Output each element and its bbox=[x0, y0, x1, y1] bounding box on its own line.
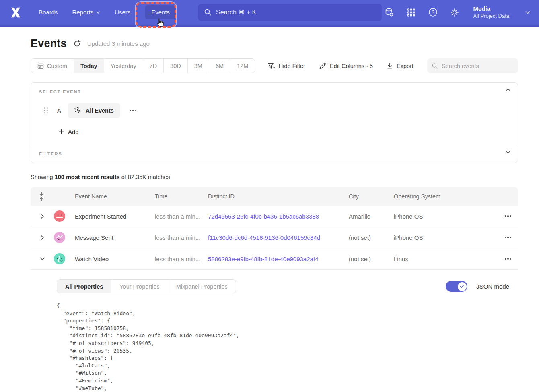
event-avatar bbox=[54, 253, 65, 264]
hide-filter-button[interactable]: Hide Filter bbox=[267, 62, 305, 70]
cell-event-name: Watch Video bbox=[75, 256, 155, 262]
cell-distinct-id[interactable]: 72d49553-25fc-4f0c-b436-1b5ac6ab3388 bbox=[208, 213, 349, 220]
tab-all-properties[interactable]: All Properties bbox=[57, 280, 111, 293]
plus-icon bbox=[58, 129, 64, 135]
date-range-7d[interactable]: 7D bbox=[143, 59, 164, 73]
json-mode-toggle[interactable] bbox=[446, 281, 467, 292]
cell-time: less than a min... bbox=[155, 234, 208, 241]
cell-city: (not set) bbox=[349, 234, 394, 241]
event-selector-label: All Events bbox=[86, 107, 114, 114]
collapse-row-icon[interactable] bbox=[31, 257, 54, 260]
column-header-os[interactable]: Operating System bbox=[394, 193, 495, 200]
date-range-custom[interactable]: Custom bbox=[31, 59, 74, 73]
date-range-yesterday[interactable]: Yesterday bbox=[104, 59, 143, 73]
drag-handle-icon[interactable] bbox=[44, 107, 48, 113]
column-header-time[interactable]: Time bbox=[155, 193, 208, 200]
date-range-12m[interactable]: 12M bbox=[230, 59, 255, 73]
event-avatar bbox=[54, 232, 65, 243]
last-updated-text: Updated 3 minutes ago bbox=[87, 40, 150, 47]
search-icon bbox=[204, 9, 211, 16]
column-header-city[interactable]: City bbox=[349, 193, 394, 200]
events-search-input[interactable] bbox=[442, 63, 513, 69]
cell-distinct-id[interactable]: 5886283e-e9fb-48fb-81de-40e9093a2af4 bbox=[208, 256, 349, 262]
results-summary: Showing 100 most recent results of 82.35… bbox=[31, 174, 518, 180]
event-json-content: { "event": "Watch Video", "properties": … bbox=[57, 302, 510, 392]
event-avatar bbox=[54, 210, 65, 222]
export-button[interactable]: Export bbox=[387, 62, 414, 69]
check-icon bbox=[460, 285, 464, 288]
project-subtitle: All Project Data bbox=[473, 13, 509, 19]
collapse-chevron-up-icon[interactable] bbox=[506, 88, 510, 91]
mouse-cursor-icon bbox=[155, 18, 165, 28]
query-builder-card: SELECT EVENT A All Events Add bbox=[31, 82, 518, 163]
cell-time: less than a min... bbox=[155, 256, 208, 262]
select-event-section: SELECT EVENT A All Events Add bbox=[31, 83, 518, 145]
table-row[interactable]: Experiment Started less than a min... 72… bbox=[31, 206, 518, 227]
all-events-icon bbox=[74, 107, 82, 115]
events-table: Event Name Time Distinct ID City Operati… bbox=[31, 187, 518, 392]
sort-icon[interactable] bbox=[40, 192, 45, 201]
global-search-placeholder: Search ⌘ + K bbox=[216, 8, 256, 16]
json-mode-label: JSON mode bbox=[476, 283, 509, 290]
toggle-knob bbox=[458, 282, 467, 291]
expand-row-icon[interactable] bbox=[31, 235, 54, 240]
expand-row-icon[interactable] bbox=[31, 214, 54, 219]
row-menu-icon[interactable] bbox=[495, 237, 518, 238]
help-icon[interactable]: ? bbox=[428, 8, 438, 17]
table-row[interactable]: Message Sent less than a min... f11c30d6… bbox=[31, 227, 518, 248]
refresh-icon[interactable] bbox=[73, 40, 81, 47]
add-event-button[interactable]: Add bbox=[58, 128, 510, 135]
properties-tabs: All Properties Your Properties Mixpanel … bbox=[57, 279, 236, 293]
data-management-icon[interactable] bbox=[385, 8, 394, 17]
event-row-letter: A bbox=[57, 107, 61, 114]
filters-section: FILTERS bbox=[31, 145, 518, 163]
event-selector-pill[interactable]: All Events bbox=[68, 103, 120, 118]
event-row-menu-icon[interactable] bbox=[130, 110, 137, 111]
table-header: Event Name Time Distinct ID City Operati… bbox=[31, 187, 518, 206]
event-detail-panel: All Properties Your Properties Mixpanel … bbox=[31, 270, 518, 392]
cell-event-name: Experiment Started bbox=[75, 213, 155, 220]
global-search[interactable]: Search ⌘ + K bbox=[198, 4, 382, 21]
settings-gear-icon[interactable] bbox=[450, 8, 459, 17]
pencil-icon bbox=[319, 62, 326, 70]
table-row-expanded[interactable]: Watch Video less than a min... 5886283e-… bbox=[31, 248, 518, 270]
cell-distinct-id[interactable]: f11c30d6-dc6d-4518-9136-0d046159c84d bbox=[208, 234, 349, 241]
chevron-down-icon bbox=[525, 11, 530, 14]
date-range-6m[interactable]: 6M bbox=[209, 59, 230, 73]
cell-os: iPhone OS bbox=[394, 234, 495, 241]
page-title: Events bbox=[31, 37, 67, 50]
project-name: Media bbox=[473, 5, 509, 13]
column-header-event-name[interactable]: Event Name bbox=[75, 193, 155, 200]
top-navbar: Boards Reports Users Events Search ⌘ + K bbox=[0, 0, 539, 27]
mixpanel-logo[interactable] bbox=[9, 6, 23, 19]
date-range-selector: Custom Today Yesterday 7D 30D 3M 6M 12M bbox=[31, 58, 255, 73]
svg-text:?: ? bbox=[432, 10, 434, 15]
chevron-down-icon bbox=[96, 11, 100, 14]
tab-mixpanel-properties[interactable]: Mixpanel Properties bbox=[168, 280, 236, 293]
edit-columns-button[interactable]: Edit Columns · 5 bbox=[319, 62, 373, 70]
filters-label: FILTERS bbox=[39, 151, 510, 156]
filter-funnel-icon bbox=[267, 62, 275, 70]
nav-item-reports[interactable]: Reports bbox=[72, 9, 101, 16]
cell-city: (not set) bbox=[349, 256, 394, 262]
cell-city: Amarillo bbox=[349, 213, 394, 220]
select-event-label: SELECT EVENT bbox=[39, 89, 510, 94]
event-query-row: A All Events bbox=[44, 103, 510, 118]
cell-event-name: Message Sent bbox=[75, 234, 155, 241]
apps-grid-icon[interactable] bbox=[406, 8, 416, 17]
tab-your-properties[interactable]: Your Properties bbox=[111, 280, 168, 293]
project-switcher[interactable]: Media All Project Data bbox=[473, 5, 509, 19]
date-range-today[interactable]: Today bbox=[74, 59, 104, 73]
date-range-30d[interactable]: 30D bbox=[164, 59, 188, 73]
expand-chevron-down-icon[interactable] bbox=[506, 151, 510, 154]
cell-os: iPhone OS bbox=[394, 213, 495, 220]
events-search-field[interactable] bbox=[427, 58, 518, 73]
date-range-3m[interactable]: 3M bbox=[188, 59, 209, 73]
row-menu-icon[interactable] bbox=[495, 258, 518, 260]
calendar-icon bbox=[37, 63, 44, 69]
download-icon bbox=[387, 62, 393, 69]
row-menu-icon[interactable] bbox=[495, 215, 518, 217]
column-header-distinct-id[interactable]: Distinct ID bbox=[208, 193, 349, 200]
nav-item-boards[interactable]: Boards bbox=[39, 9, 58, 16]
nav-item-users[interactable]: Users bbox=[115, 9, 130, 16]
